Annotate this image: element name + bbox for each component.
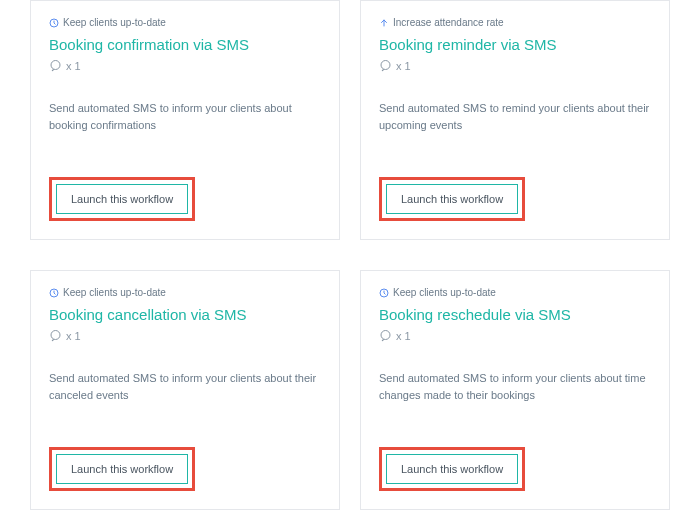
card-tag: Increase attendance rate (379, 17, 651, 28)
card-count: x 1 (396, 330, 411, 342)
card-count: x 1 (396, 60, 411, 72)
workflow-card: Keep clients up-to-date Booking cancella… (30, 270, 340, 510)
card-meta: x 1 (49, 329, 321, 342)
arrow-up-icon (379, 18, 389, 28)
card-meta: x 1 (379, 329, 651, 342)
card-tag-label: Keep clients up-to-date (63, 17, 166, 28)
highlight-box: Launch this workflow (49, 447, 195, 491)
clock-icon (379, 288, 389, 298)
card-title: Booking cancellation via SMS (49, 306, 321, 323)
card-tag: Keep clients up-to-date (49, 287, 321, 298)
card-description: Send automated SMS to inform your client… (49, 100, 321, 161)
workflow-cards-grid: Keep clients up-to-date Booking confirma… (0, 0, 700, 510)
speech-bubble-icon (49, 329, 62, 342)
highlight-box: Launch this workflow (379, 447, 525, 491)
card-tag-label: Keep clients up-to-date (393, 287, 496, 298)
card-title: Booking reschedule via SMS (379, 306, 651, 323)
card-description: Send automated SMS to inform your client… (49, 370, 321, 431)
card-meta: x 1 (49, 59, 321, 72)
card-count: x 1 (66, 330, 81, 342)
card-meta: x 1 (379, 59, 651, 72)
launch-workflow-button[interactable]: Launch this workflow (386, 454, 518, 484)
workflow-card: Keep clients up-to-date Booking reschedu… (360, 270, 670, 510)
highlight-box: Launch this workflow (379, 177, 525, 221)
speech-bubble-icon (379, 59, 392, 72)
workflow-card: Increase attendance rate Booking reminde… (360, 0, 670, 240)
launch-workflow-button[interactable]: Launch this workflow (386, 184, 518, 214)
highlight-box: Launch this workflow (49, 177, 195, 221)
card-title: Booking reminder via SMS (379, 36, 651, 53)
launch-workflow-button[interactable]: Launch this workflow (56, 454, 188, 484)
card-tag: Keep clients up-to-date (379, 287, 651, 298)
speech-bubble-icon (49, 59, 62, 72)
svg-point-1 (51, 61, 60, 70)
card-description: Send automated SMS to inform your client… (379, 370, 651, 431)
card-tag-label: Increase attendance rate (393, 17, 504, 28)
svg-point-4 (51, 331, 60, 340)
clock-icon (49, 18, 59, 28)
card-title: Booking confirmation via SMS (49, 36, 321, 53)
workflow-card: Keep clients up-to-date Booking confirma… (30, 0, 340, 240)
svg-point-2 (381, 61, 390, 70)
card-count: x 1 (66, 60, 81, 72)
speech-bubble-icon (379, 329, 392, 342)
svg-point-6 (381, 331, 390, 340)
card-tag: Keep clients up-to-date (49, 17, 321, 28)
card-tag-label: Keep clients up-to-date (63, 287, 166, 298)
card-description: Send automated SMS to remind your client… (379, 100, 651, 161)
clock-icon (49, 288, 59, 298)
launch-workflow-button[interactable]: Launch this workflow (56, 184, 188, 214)
